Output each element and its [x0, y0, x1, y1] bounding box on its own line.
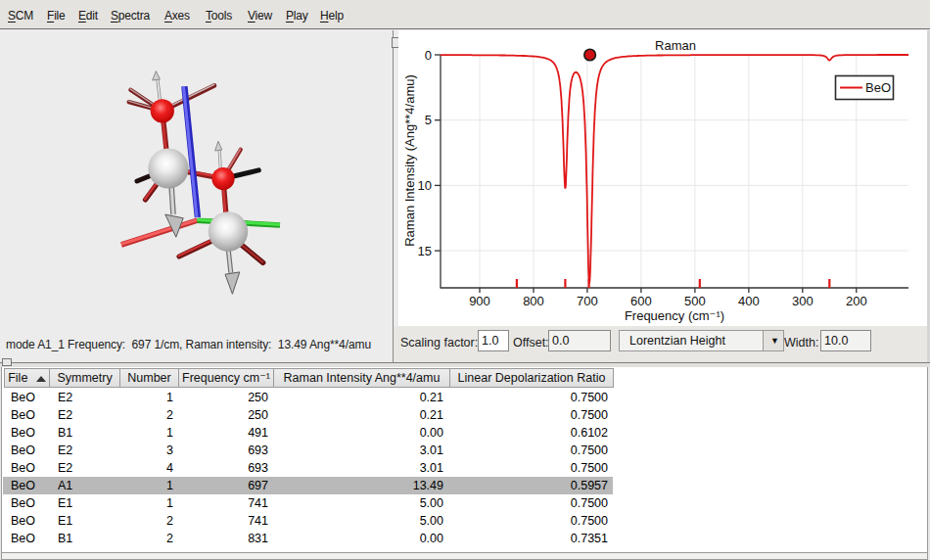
svg-text:700: 700	[577, 294, 598, 308]
svg-text:500: 500	[684, 294, 706, 308]
svg-text:600: 600	[630, 294, 652, 308]
svg-text:0: 0	[425, 48, 432, 63]
svg-text:300: 300	[792, 294, 814, 308]
svg-text:10: 10	[418, 178, 432, 193]
svg-text:400: 400	[738, 294, 760, 308]
svg-text:5: 5	[425, 113, 432, 127]
svg-text:Frequency (cm⁻¹): Frequency (cm⁻¹)	[625, 308, 724, 323]
svg-text:15: 15	[418, 244, 432, 258]
svg-text:BeO: BeO	[865, 80, 891, 95]
svg-text:Raman Intensity (Ang**4/amu): Raman Intensity (Ang**4/amu)	[402, 74, 417, 247]
svg-text:Raman: Raman	[655, 38, 696, 53]
svg-text:200: 200	[846, 294, 867, 308]
svg-text:800: 800	[523, 294, 544, 308]
svg-text:900: 900	[469, 294, 490, 308]
